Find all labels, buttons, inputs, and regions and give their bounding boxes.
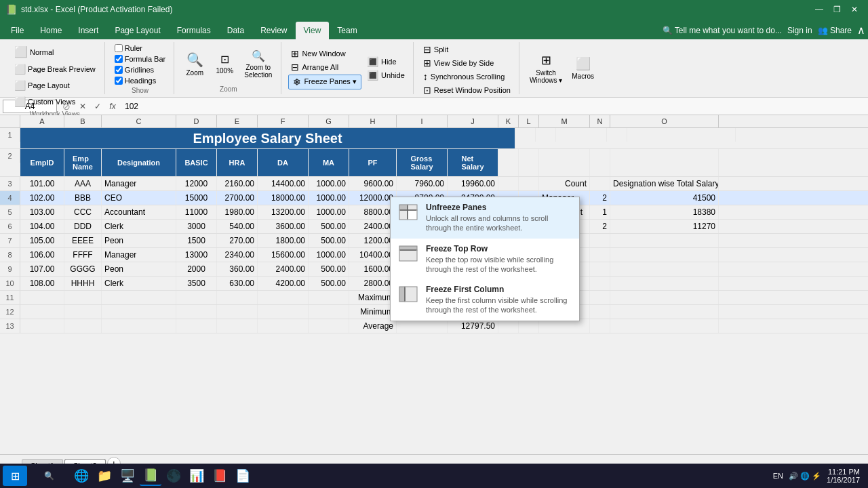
cell-n2[interactable] <box>590 149 610 176</box>
tab-page-layout[interactable]: Page Layout <box>106 22 168 39</box>
cell-g11[interactable] <box>309 291 349 304</box>
unhide-button[interactable]: 🔳 Unhide <box>364 69 408 81</box>
cell-g4[interactable]: 1000.00 <box>309 191 349 205</box>
cell-b9[interactable]: GGGG <box>64 262 102 276</box>
cell-b3[interactable]: AAA <box>64 177 102 190</box>
header-basic[interactable]: BASIC <box>176 149 217 176</box>
cell-h3[interactable]: 9600.00 <box>349 177 397 190</box>
freeze-top-row-item[interactable]: Freeze Top Row Keep the top row visible … <box>391 239 579 280</box>
col-header-f[interactable]: F <box>258 115 309 127</box>
cell-o4[interactable]: 41500 <box>610 191 719 205</box>
cell-c9[interactable]: Peon <box>102 262 176 276</box>
normal-view-button[interactable]: ⬜ Normal <box>11 43 58 60</box>
cell-d4[interactable]: 15000 <box>176 191 217 205</box>
macros-button[interactable]: ⬜ Macros <box>568 54 597 82</box>
col-header-l[interactable]: L <box>519 115 539 127</box>
cell-o9[interactable] <box>610 262 719 276</box>
cell-a6[interactable]: 104.00 <box>20 220 64 233</box>
cell-c4[interactable]: CEO <box>102 191 176 205</box>
cell-d8[interactable]: 13000 <box>176 248 217 262</box>
collapse-ribbon-button[interactable]: ∧ <box>857 24 865 37</box>
header-pf[interactable]: PF <box>349 149 397 176</box>
cell-n5[interactable]: 1 <box>590 205 610 219</box>
cell-d11[interactable] <box>176 291 217 304</box>
cell-d3[interactable]: 12000 <box>176 177 217 190</box>
cell-d9[interactable]: 2000 <box>176 262 217 276</box>
header-empname[interactable]: EmpName <box>64 149 102 176</box>
arrange-all-button[interactable]: ⊟ Arrange All <box>288 61 361 73</box>
minimize-button[interactable]: — <box>811 2 827 17</box>
tab-formulas[interactable]: Formulas <box>169 22 219 39</box>
col-header-j[interactable]: J <box>448 115 498 127</box>
col-header-a[interactable]: A <box>20 115 64 127</box>
cell-o8[interactable] <box>610 248 719 262</box>
header-net[interactable]: NetSalary <box>448 149 498 176</box>
cell-o6[interactable]: 11270 <box>610 220 719 233</box>
tab-team[interactable]: Team <box>329 22 365 39</box>
cell-e11[interactable] <box>217 291 258 304</box>
cell-g3[interactable]: 1000.00 <box>309 177 349 190</box>
cell-o3[interactable]: Designation wise Total Salary <box>610 177 719 190</box>
col-header-d[interactable]: D <box>176 115 217 127</box>
split-button[interactable]: ⊟ Split <box>420 43 451 56</box>
col-header-m[interactable]: M <box>539 115 590 127</box>
cell-e3[interactable]: 2160.00 <box>217 177 258 190</box>
taskbar-excel2[interactable]: 📊 <box>186 466 208 486</box>
cell-c10[interactable]: Clerk <box>102 277 176 290</box>
taskbar-search[interactable]: 🔍 <box>28 466 69 486</box>
col-header-e[interactable]: E <box>217 115 258 127</box>
cell-m1[interactable] <box>556 128 607 142</box>
col-header-g[interactable]: G <box>309 115 349 127</box>
formula-bar-checkbox[interactable]: Formula Bar <box>112 54 169 64</box>
cell-g13[interactable] <box>309 319 349 333</box>
cell-l13[interactable] <box>519 319 539 333</box>
cell-a7[interactable]: 105.00 <box>20 234 64 247</box>
headings-checkbox[interactable]: Headings <box>112 76 159 85</box>
cell-n4[interactable]: 2 <box>590 191 610 205</box>
cell-c12[interactable] <box>102 305 176 319</box>
cell-f13[interactable] <box>258 319 309 333</box>
cell-n10[interactable] <box>590 277 610 290</box>
cell-f10[interactable]: 4200.00 <box>258 277 309 290</box>
cell-l1[interactable] <box>536 128 556 142</box>
freeze-first-column-item[interactable]: Freeze First Column Keep the first colum… <box>391 279 579 321</box>
cell-l3[interactable] <box>519 177 539 190</box>
gridlines-checkbox[interactable]: Gridlines <box>112 65 157 75</box>
cell-d5[interactable]: 11000 <box>176 205 217 219</box>
cell-f12[interactable] <box>258 305 309 319</box>
tab-data[interactable]: Data <box>219 22 252 39</box>
cell-o10[interactable] <box>610 277 719 290</box>
cell-b5[interactable]: CCC <box>64 205 102 219</box>
cell-c5[interactable]: Accountant <box>102 205 176 219</box>
cell-n13[interactable] <box>590 319 610 333</box>
cell-a4[interactable]: 102.00 <box>20 191 64 205</box>
cell-e13[interactable] <box>217 319 258 333</box>
cell-o12[interactable] <box>610 305 719 319</box>
taskbar-chrome[interactable]: 🌑 <box>163 466 184 486</box>
col-header-c[interactable]: C <box>102 115 176 127</box>
cell-g10[interactable]: 500.00 <box>309 277 349 290</box>
cell-g8[interactable]: 1000.00 <box>309 248 349 262</box>
cell-e10[interactable]: 630.00 <box>217 277 258 290</box>
cell-o11[interactable] <box>610 291 719 304</box>
share-button[interactable]: 👥 Share <box>818 26 852 35</box>
cell-c11[interactable] <box>102 291 176 304</box>
cell-e4[interactable]: 2700.00 <box>217 191 258 205</box>
freeze-panes-button[interactable]: ❄ Freeze Panes ▾ <box>288 75 361 89</box>
cell-h13[interactable]: Average <box>349 319 397 333</box>
switch-windows-button[interactable]: ⊞ SwitchWindows ▾ <box>526 51 566 86</box>
cell-b6[interactable]: DDD <box>64 220 102 233</box>
cell-n8[interactable] <box>590 248 610 262</box>
cell-e12[interactable] <box>217 305 258 319</box>
cell-f7[interactable]: 1800.00 <box>258 234 309 247</box>
new-window-button[interactable]: ⊞ New Window <box>288 47 361 60</box>
col-header-b[interactable]: B <box>64 115 102 127</box>
zoom-button[interactable]: 🔍Zoom <box>181 49 208 79</box>
cell-b12[interactable] <box>64 305 102 319</box>
col-header-o[interactable]: O <box>610 115 719 127</box>
cell-a8[interactable]: 106.00 <box>20 248 64 262</box>
reset-window-position-button[interactable]: ⊡ Reset Window Position <box>420 84 513 96</box>
cell-a13[interactable] <box>20 319 64 333</box>
cell-g5[interactable]: 1000.00 <box>309 205 349 219</box>
cell-c3[interactable]: Manager <box>102 177 176 190</box>
